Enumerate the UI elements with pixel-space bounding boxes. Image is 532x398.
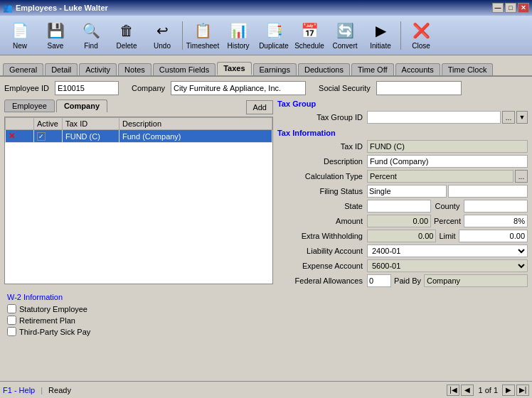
- page-number: 1 of 1: [478, 386, 498, 394]
- tax-table: Active Tax ID Description ✕ ✓ FUND (C): [5, 117, 272, 143]
- convert-icon: 🔄: [335, 21, 355, 41]
- convert-label: Convert: [332, 42, 357, 50]
- tax-id-input[interactable]: [367, 140, 528, 153]
- federal-allowances-inputs: 0 Paid By: [367, 274, 528, 287]
- maximize-button[interactable]: □: [505, 3, 516, 13]
- add-button[interactable]: Add: [246, 100, 273, 114]
- minimize-button[interactable]: —: [492, 3, 504, 13]
- tab-deductions[interactable]: Deductions: [298, 63, 350, 75]
- expense-account-select[interactable]: 5600-01: [367, 259, 528, 272]
- tab-notes[interactable]: Notes: [118, 63, 151, 75]
- find-button[interactable]: 🔍 Find: [74, 18, 108, 53]
- federal-allowances-label: Federal Allowances: [277, 276, 363, 285]
- save-button[interactable]: 💾 Save: [38, 18, 73, 53]
- calculation-type-input-group: ...: [367, 170, 528, 183]
- app-icon: 👥: [3, 4, 13, 13]
- initiate-icon: ▶: [371, 21, 390, 41]
- percent-input[interactable]: [464, 215, 528, 227]
- content-area: Employee Company Add Active Tax ID Descr…: [4, 100, 528, 341]
- status-bar: F1 - Help | Ready |◀ ◀ 1 of 1 ▶ ▶|: [0, 381, 532, 398]
- main-content: Employee ID Company Social Security Empl…: [0, 77, 532, 381]
- tab-general[interactable]: General: [3, 63, 43, 75]
- retirement-plan-row: Retirement Plan: [7, 316, 270, 325]
- left-panel: Employee Company Add Active Tax ID Descr…: [4, 100, 273, 341]
- company-input[interactable]: [171, 81, 306, 95]
- employee-id-input[interactable]: [55, 81, 119, 95]
- tax-group-id-input[interactable]: [367, 111, 501, 124]
- toolbar-separator-2: [400, 21, 401, 50]
- filing-status-select[interactable]: Single: [367, 185, 447, 198]
- row-delete[interactable]: ✕: [6, 130, 34, 143]
- nav-next-button[interactable]: ▶: [502, 384, 515, 396]
- active-checkbox[interactable]: ✓: [37, 132, 46, 141]
- schedule-button[interactable]: 📅 Schedule: [292, 18, 326, 53]
- undo-icon: ↩: [152, 21, 172, 41]
- extra-withholding-label: Extra Withholding: [277, 232, 363, 240]
- calculation-type-input[interactable]: [367, 170, 514, 183]
- new-label: New: [13, 42, 27, 50]
- tab-detail[interactable]: Detail: [45, 63, 78, 75]
- state-select[interactable]: [367, 200, 431, 213]
- row-taxid: FUND (C): [63, 130, 119, 143]
- retirement-plan-checkbox[interactable]: [7, 316, 16, 325]
- third-party-sick-pay-checkbox[interactable]: [7, 327, 16, 336]
- tax-group-id-ellipsis-button[interactable]: ...: [502, 111, 515, 124]
- paid-by-label: Paid By: [394, 276, 421, 285]
- row-active[interactable]: ✓: [34, 130, 63, 143]
- liability-account-select[interactable]: 2400-01: [367, 244, 528, 257]
- delete-icon: 🗑: [117, 21, 137, 41]
- history-label: History: [227, 42, 249, 50]
- delete-button[interactable]: 🗑 Delete: [110, 18, 144, 53]
- paid-by-input[interactable]: [424, 274, 528, 287]
- undo-button[interactable]: ↩ Undo: [145, 18, 179, 53]
- statutory-employee-label: Statutory Employee: [19, 305, 87, 313]
- tab-accounts[interactable]: Accounts: [395, 63, 440, 75]
- convert-button[interactable]: 🔄 Convert: [328, 18, 362, 53]
- tab-custom-fields[interactable]: Custom Fields: [153, 63, 216, 75]
- federal-allowances-select[interactable]: 0: [367, 274, 391, 287]
- tab-activity[interactable]: Activity: [79, 63, 117, 75]
- county-select[interactable]: [464, 200, 528, 213]
- nav-prev-button[interactable]: ◀: [461, 384, 474, 396]
- table-row[interactable]: ✕ ✓ FUND (C) Fund (Company): [6, 130, 272, 143]
- sub-tab-bar: Employee Company: [4, 100, 109, 112]
- tab-earnings[interactable]: Earnings: [253, 63, 297, 75]
- history-button[interactable]: 📊 History: [221, 18, 255, 53]
- tax-group-id-dropdown-button[interactable]: ▼: [516, 111, 528, 124]
- tab-time-off[interactable]: Time Off: [351, 63, 394, 75]
- tax-table-container: Active Tax ID Description ✕ ✓ FUND (C): [4, 117, 273, 284]
- amount-input[interactable]: [367, 215, 431, 227]
- new-button[interactable]: 📄 New: [3, 18, 37, 53]
- delete-icon[interactable]: ✕: [9, 131, 15, 140]
- statutory-employee-checkbox[interactable]: [7, 304, 16, 313]
- initiate-button[interactable]: ▶ Initiate: [363, 18, 398, 53]
- duplicate-button[interactable]: 📑 Duplicate: [257, 18, 291, 53]
- nav-last-button[interactable]: ▶|: [516, 384, 529, 396]
- description-input[interactable]: [367, 155, 528, 168]
- close-button[interactable]: ✕: [518, 3, 529, 13]
- extra-withholding-input[interactable]: [367, 230, 436, 242]
- social-security-label: Social Security: [319, 84, 371, 92]
- tax-group-section: Tax Group Tax Group ID ... ▼: [277, 100, 528, 126]
- percent-label: Percent: [434, 217, 461, 225]
- tab-time-clock[interactable]: Time Clock: [442, 63, 494, 75]
- sub-tab-header: Employee Company Add: [4, 100, 273, 115]
- toolbar: 📄 New 💾 Save 🔍 Find 🗑 Delete ↩ Undo 📋 Ti…: [0, 16, 532, 55]
- tab-taxes[interactable]: Taxes: [217, 62, 251, 75]
- sub-tab-company[interactable]: Company: [56, 100, 107, 112]
- tax-group-id-label: Tax Group ID: [277, 113, 363, 122]
- employee-id-label: Employee ID: [4, 84, 49, 92]
- extra-withholding-row: Extra Withholding Limit: [277, 230, 528, 242]
- calculation-type-ellipsis-button[interactable]: ...: [515, 170, 528, 183]
- duplicate-icon: 📑: [264, 21, 284, 41]
- social-security-input[interactable]: [376, 81, 462, 95]
- nav-first-button[interactable]: |◀: [447, 384, 459, 396]
- close-toolbar-icon: ❌: [411, 21, 431, 41]
- timesheet-label: Timesheet: [186, 42, 219, 50]
- sub-tab-employee[interactable]: Employee: [4, 100, 55, 112]
- close-toolbar-button[interactable]: ❌ Close: [404, 18, 438, 53]
- employee-form-row: Employee ID Company Social Security: [4, 81, 528, 95]
- timesheet-button[interactable]: 📋 Timesheet: [186, 18, 220, 53]
- filing-status-select2[interactable]: [448, 185, 528, 198]
- limit-input[interactable]: [459, 230, 528, 242]
